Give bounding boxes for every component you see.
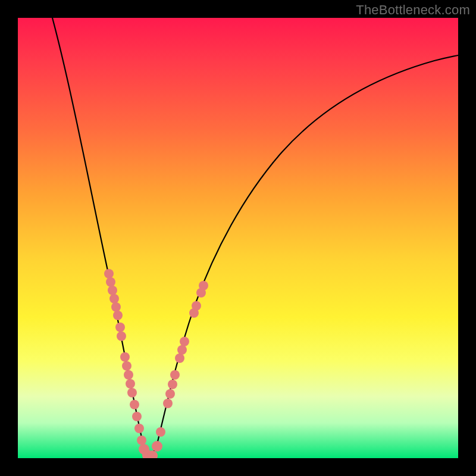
bottleneck-curve [52, 18, 458, 456]
svg-point-6 [115, 322, 125, 332]
svg-point-7 [117, 331, 126, 341]
svg-point-27 [177, 345, 187, 355]
watermark-text: TheBottleneck.com [356, 2, 470, 18]
svg-point-4 [111, 302, 121, 312]
svg-point-12 [127, 388, 137, 397]
svg-point-8 [120, 352, 130, 362]
svg-point-1 [106, 277, 115, 287]
curve-svg [18, 18, 458, 458]
svg-point-9 [122, 361, 131, 371]
right-branch-points [152, 281, 208, 452]
svg-point-3 [109, 294, 119, 303]
svg-point-21 [156, 427, 165, 437]
svg-point-13 [130, 400, 139, 409]
svg-point-2 [108, 286, 117, 295]
svg-point-32 [199, 281, 208, 290]
svg-point-22 [163, 399, 173, 408]
svg-point-11 [126, 379, 135, 389]
chart-frame: TheBottleneck.com [0, 0, 476, 476]
svg-point-28 [180, 337, 189, 346]
svg-point-10 [124, 370, 133, 380]
svg-point-15 [134, 424, 144, 433]
svg-point-16 [137, 436, 146, 445]
svg-point-30 [192, 301, 201, 311]
svg-point-14 [132, 412, 142, 421]
svg-point-23 [165, 389, 175, 399]
svg-point-26 [175, 353, 184, 363]
svg-point-20 [152, 441, 162, 452]
svg-point-0 [104, 269, 114, 278]
left-branch-points [104, 269, 158, 458]
svg-point-5 [113, 311, 123, 320]
svg-point-25 [170, 370, 180, 380]
svg-point-24 [168, 380, 177, 389]
plot-area [18, 18, 458, 458]
